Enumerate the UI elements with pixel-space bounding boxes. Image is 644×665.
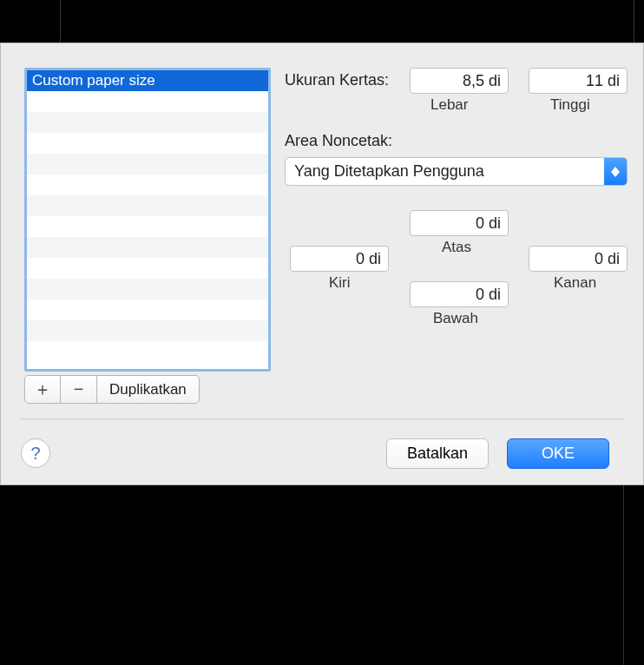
list-item-empty	[27, 195, 268, 216]
nonprint-select-value: Yang Ditetapkan Pengguna	[286, 162, 604, 181]
margin-top-label: Atas	[442, 239, 471, 256]
height-sublabel: Tinggi	[550, 96, 590, 114]
margin-top-input[interactable]: 0 di	[410, 210, 509, 236]
ok-button[interactable]: OKE	[507, 438, 609, 469]
list-item-empty	[27, 91, 268, 112]
nonprint-select[interactable]: Yang Ditetapkan Pengguna	[285, 157, 628, 186]
help-button[interactable]: ?	[21, 438, 50, 468]
cancel-button[interactable]: Batalkan	[386, 438, 489, 469]
list-item-empty	[27, 300, 268, 320]
list-item-empty	[27, 279, 268, 300]
margin-bottom-input[interactable]: 0 di	[410, 281, 509, 307]
height-input[interactable]: 11 di	[529, 68, 628, 94]
list-item-selected[interactable]: Custom paper size	[27, 70, 268, 91]
list-item-empty	[27, 320, 268, 341]
list-item-empty	[27, 154, 268, 174]
list-item-empty	[27, 174, 268, 195]
width-input[interactable]: 8,5 di	[410, 68, 509, 94]
duplicate-button[interactable]: Duplikatkan	[97, 375, 200, 404]
list-toolbar: ＋ − Duplikatkan	[24, 375, 200, 404]
remove-button[interactable]: −	[61, 375, 97, 404]
list-item-empty	[27, 112, 268, 133]
list-item-empty	[27, 133, 268, 154]
updown-icon	[604, 158, 627, 185]
margin-right-label: Kanan	[554, 274, 596, 292]
list-item-empty	[27, 258, 268, 279]
question-icon: ?	[30, 444, 40, 464]
paper-size-label: Ukuran Kertas:	[285, 71, 389, 89]
custom-paper-size-dialog: Custom paper size ＋ − Duplikatkan Ukur	[0, 43, 644, 485]
minus-icon: −	[74, 379, 84, 399]
list-item-empty	[27, 341, 268, 362]
margin-bottom-label: Bawah	[433, 310, 478, 327]
margin-left-label: Kiri	[329, 274, 351, 292]
add-button[interactable]: ＋	[24, 375, 61, 404]
plus-icon: ＋	[34, 378, 51, 401]
margin-right-input[interactable]: 0 di	[529, 246, 628, 272]
margin-left-input[interactable]: 0 di	[290, 246, 389, 272]
list-item-empty	[27, 216, 268, 237]
separator-line	[20, 418, 624, 419]
width-sublabel: Lebar	[430, 96, 468, 114]
paper-size-list[interactable]: Custom paper size	[24, 68, 271, 372]
list-item-empty	[27, 237, 268, 258]
nonprint-label: Area Noncetak:	[285, 132, 392, 150]
